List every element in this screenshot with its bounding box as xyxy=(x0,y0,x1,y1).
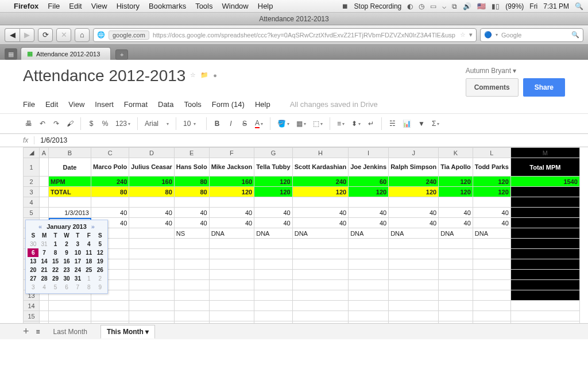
datepicker-day[interactable]: 8 xyxy=(83,283,94,292)
datepicker-day[interactable]: 26 xyxy=(95,266,106,274)
datepicker-day[interactable]: 22 xyxy=(50,266,61,274)
datepicker-day[interactable]: 1 xyxy=(83,274,94,283)
datepicker-day[interactable]: 17 xyxy=(72,257,83,266)
currency-button[interactable]: $ xyxy=(86,117,97,130)
datepicker-day[interactable]: 7 xyxy=(38,248,49,257)
datepicker-day[interactable]: 7 xyxy=(72,283,83,292)
row-3-total[interactable]: 3 TOTAL 808080120 120120120120120120 xyxy=(24,187,580,197)
menu-tools[interactable]: Tools xyxy=(184,100,201,109)
battery-icon[interactable]: ▮▯ xyxy=(492,2,500,10)
datepicker-day[interactable]: 4 xyxy=(83,240,94,248)
datepicker-prev-icon[interactable]: « xyxy=(38,223,42,230)
italic-button[interactable]: I xyxy=(225,117,237,130)
font-picker[interactable]: Arial▾ xyxy=(142,117,171,130)
row-4[interactable]: 4 xyxy=(24,197,580,208)
text-color-button[interactable]: A▾ xyxy=(253,117,265,130)
datepicker-day[interactable]: 30 xyxy=(61,274,72,283)
menu-insert[interactable]: Insert xyxy=(95,100,114,109)
datepicker-day[interactable]: 13 xyxy=(28,257,38,266)
wifi-icon[interactable]: ⧉ xyxy=(452,2,457,10)
datepicker-day[interactable]: 16 xyxy=(61,257,72,266)
datepicker-day[interactable]: 3 xyxy=(72,240,83,248)
menu-edit[interactable]: Edit xyxy=(45,100,58,109)
datepicker-day[interactable]: 2 xyxy=(95,274,106,283)
datepicker-day[interactable]: 9 xyxy=(61,248,72,257)
datepicker-day[interactable]: 2 xyxy=(61,240,72,248)
clock-day[interactable]: Fri xyxy=(529,2,537,10)
formula-value[interactable]: 1/6/2013 xyxy=(40,136,67,144)
search-go-icon[interactable]: 🔍 xyxy=(571,31,579,39)
datepicker-day[interactable]: 19 xyxy=(95,257,106,266)
star-icon[interactable]: ☆ xyxy=(190,71,196,79)
search-engine-icon[interactable]: 🔵 xyxy=(484,31,492,39)
sheet-tab-last-month[interactable]: Last Month xyxy=(47,325,94,339)
datepicker-next-icon[interactable]: » xyxy=(91,223,95,230)
stop-button[interactable]: ✕ xyxy=(56,28,71,42)
font-size-picker[interactable]: 10▾ xyxy=(181,117,202,130)
clock-icon[interactable]: ◷ xyxy=(419,2,424,10)
datepicker-day[interactable]: 28 xyxy=(38,274,49,283)
datepicker-day[interactable]: 5 xyxy=(50,283,61,292)
datepicker-day[interactable]: 10 xyxy=(72,248,83,257)
bookmark-star-icon[interactable]: ☆ xyxy=(460,31,466,39)
v-align-button[interactable]: ⬍▾ xyxy=(349,117,363,130)
mac-app-name[interactable]: Firefox xyxy=(14,2,38,10)
display-icon[interactable]: ▭ xyxy=(430,2,436,10)
fill-color-button[interactable]: 🪣▾ xyxy=(275,117,292,130)
volume-icon[interactable]: 🔊 xyxy=(463,2,471,10)
reload-button[interactable]: ⟳ xyxy=(38,28,53,42)
datepicker-day[interactable]: 4 xyxy=(38,283,49,292)
back-button[interactable]: ◀ xyxy=(5,28,20,42)
doc-title[interactable]: Attendance 2012-2013 xyxy=(23,67,185,85)
functions-button[interactable]: Σ▾ xyxy=(430,117,442,130)
print-button[interactable]: 🖶 xyxy=(23,117,34,130)
bluetooth-icon[interactable]: ⌵ xyxy=(442,2,446,10)
search-engine-dropdown-icon[interactable]: ▾ xyxy=(496,32,498,37)
datepicker-grid[interactable]: SMTWTFS303112345678910111213141516171819… xyxy=(28,231,106,292)
strike-button[interactable]: S xyxy=(239,117,250,130)
sync-icon[interactable]: ◐ xyxy=(407,2,413,10)
datepicker-day[interactable]: 6 xyxy=(61,283,72,292)
mac-menu-bookmarks[interactable]: Bookmarks xyxy=(149,2,186,10)
datepicker-day[interactable]: 21 xyxy=(38,266,49,274)
row-2-mpm[interactable]: 2 MPM 2401608016012024060240120120 1540 xyxy=(24,177,580,187)
datepicker-day[interactable]: 12 xyxy=(95,248,106,257)
mac-menu-view[interactable]: View xyxy=(91,2,107,10)
mac-menu-help[interactable]: Help xyxy=(258,2,273,10)
add-sheet-button[interactable]: + xyxy=(23,325,29,338)
mac-menu-tools[interactable]: Tools xyxy=(195,2,212,10)
percent-button[interactable]: % xyxy=(99,117,111,130)
all-sheets-button[interactable]: ≡ xyxy=(36,328,40,336)
h-align-button[interactable]: ≡▾ xyxy=(335,117,347,130)
comments-button[interactable]: Comments xyxy=(466,78,519,97)
tab-groups-button[interactable]: ▦ xyxy=(5,48,17,60)
datepicker-day[interactable]: 25 xyxy=(83,266,94,274)
datepicker-day[interactable]: 5 xyxy=(95,240,106,248)
flag-icon[interactable]: 🇺🇸 xyxy=(477,2,486,10)
spotlight-icon[interactable]: 🔍 xyxy=(575,2,583,10)
forward-button[interactable]: ▶ xyxy=(20,28,34,42)
datepicker-day[interactable]: 15 xyxy=(50,257,61,266)
browser-tab-active[interactable]: ▦ Attendance 2012-2013 xyxy=(21,47,111,60)
row-1[interactable]: 1 Date Marco Polo Julius Ceasar Hans Sol… xyxy=(24,158,580,177)
stop-recording-icon[interactable]: ⏹ xyxy=(342,2,349,10)
mac-menu-edit[interactable]: Edit xyxy=(69,2,82,10)
datepicker-day[interactable]: 3 xyxy=(28,283,38,292)
datepicker-day[interactable]: 29 xyxy=(50,274,61,283)
insert-chart-button[interactable]: 📊 xyxy=(400,117,413,130)
datepicker-day[interactable]: 9 xyxy=(95,283,106,292)
stop-recording-label[interactable]: Stop Recording xyxy=(354,2,402,10)
wrap-button[interactable]: ↵ xyxy=(365,117,377,130)
undo-button[interactable]: ↶ xyxy=(37,117,48,130)
number-format-button[interactable]: 123▾ xyxy=(113,117,133,130)
row-15[interactable]: 15 xyxy=(24,311,580,321)
row-5[interactable]: 5 1/3/2013 40404040404040404040 xyxy=(24,208,580,218)
row-14[interactable]: 14 xyxy=(24,301,580,311)
merge-button[interactable]: ⬚▾ xyxy=(311,117,325,130)
datepicker-day[interactable]: 14 xyxy=(38,257,49,266)
mac-menu-history[interactable]: History xyxy=(117,2,140,10)
datepicker-day[interactable]: 24 xyxy=(72,266,83,274)
column-headers[interactable]: ◢ ABCDEFGHIJKLM xyxy=(24,148,580,158)
folder-icon[interactable]: 📁 xyxy=(200,71,208,79)
search-bar[interactable]: 🔵 ▾ Google 🔍 xyxy=(480,28,583,42)
